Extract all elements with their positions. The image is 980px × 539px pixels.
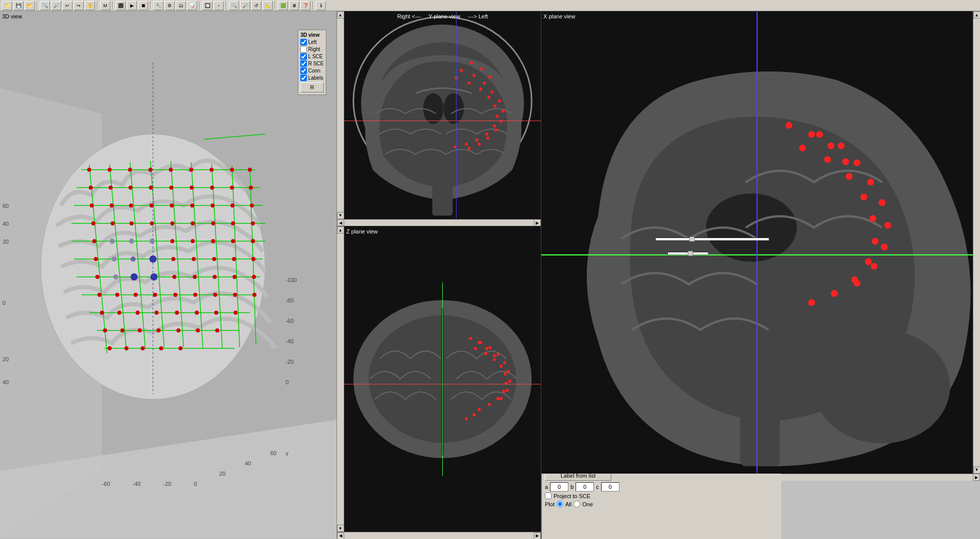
y-left-scrollbar[interactable]: ▲ ▼ <box>337 11 344 219</box>
toolbar-btn-5[interactable]: 🔎 <box>51 1 61 10</box>
view-slider[interactable] <box>655 238 769 241</box>
svg-text:40: 40 <box>3 221 9 227</box>
y-plane-view[interactable]: Right <--- Y plane view ---> Left <box>344 11 541 219</box>
c-input[interactable] <box>601 482 619 491</box>
svg-point-113 <box>141 346 145 350</box>
x-right-scrollbar[interactable]: ▲ ▼ <box>973 11 980 474</box>
btn-r[interactable]: R <box>300 82 324 92</box>
toolbar-btn-18[interactable]: ▫ <box>213 1 224 10</box>
svg-point-85 <box>232 275 236 279</box>
toolbar-btn-25[interactable]: ❓ <box>300 1 310 10</box>
y-plane-label: Right <--- Y plane view ---> Left <box>397 13 488 19</box>
svg-point-197 <box>808 131 815 137</box>
toolbar-btn-1[interactable]: 📁 <box>2 1 12 10</box>
mri-slider-thumb[interactable] <box>688 251 693 256</box>
svg-point-111 <box>108 346 112 350</box>
svg-point-103 <box>233 311 237 315</box>
svg-point-101 <box>195 311 199 315</box>
svg-text:20: 20 <box>3 239 9 245</box>
scroll-down-y[interactable]: ▼ <box>337 212 344 219</box>
toolbar-btn-12[interactable]: ⏹ <box>138 1 148 10</box>
svg-point-54 <box>150 221 154 225</box>
svg-point-143 <box>423 93 444 124</box>
svg-point-175 <box>814 330 950 443</box>
x-plane-container: X plane view ▲ ▼ ◀ ▶ <box>541 11 980 226</box>
svg-point-166 <box>477 143 481 146</box>
svg-rect-145 <box>433 185 453 216</box>
scroll-up-x[interactable]: ▲ <box>973 11 981 18</box>
toolbar-btn-4[interactable]: 🔍 <box>40 1 50 10</box>
svg-text:-60: -60 <box>285 318 294 324</box>
brain-3d-svg[interactable]: 60 40 20 0 20 40 -60 -40 -20 0 20 40 60 … <box>0 11 337 539</box>
toolbar-btn-3[interactable]: 📂 <box>25 1 35 10</box>
plan-all-radio[interactable] <box>557 501 563 507</box>
svg-point-52 <box>111 221 115 225</box>
x-plane-view[interactable]: X plane view <box>541 11 973 474</box>
toolbar-btn-16[interactable]: 📊 <box>187 1 197 10</box>
toolbar-btn-20[interactable]: 🔎 <box>240 1 250 10</box>
scroll-right-z[interactable]: ▶ <box>534 532 541 540</box>
check-right[interactable] <box>300 46 307 53</box>
x-plane-svg <box>541 11 973 474</box>
toolbar-btn-17[interactable]: 🔲 <box>202 1 212 10</box>
svg-point-44 <box>129 203 133 207</box>
mri-slider[interactable] <box>667 252 708 255</box>
toolbar-btn-23[interactable]: 🟩 <box>278 1 288 10</box>
toolbar-btn-22[interactable]: 📐 <box>262 1 273 10</box>
toolbar-btn-13[interactable]: 🔧 <box>153 1 163 10</box>
svg-point-154 <box>475 138 478 142</box>
z-plane-view[interactable]: Z plane view <box>344 226 541 532</box>
view-3d-title: 3D view <box>2 13 22 19</box>
c-label: c <box>596 484 599 490</box>
check-labels[interactable] <box>300 75 307 81</box>
svg-point-177 <box>799 145 806 151</box>
toolbar-btn-6[interactable]: ↩ <box>62 1 73 10</box>
svg-point-36 <box>149 185 153 190</box>
scroll-left-z[interactable]: ◀ <box>337 532 344 540</box>
scroll-down-x[interactable]: ▼ <box>973 466 981 474</box>
y-h-scrollbar[interactable]: ◀ ▶ <box>337 219 541 226</box>
scroll-up-y[interactable]: ▲ <box>337 11 344 18</box>
svg-point-39 <box>210 185 214 190</box>
toolbar-btn-7[interactable]: ↪ <box>74 1 84 10</box>
toolbar-btn-11[interactable]: ▶ <box>127 1 137 10</box>
b-input[interactable] <box>576 482 594 491</box>
toolbar-btn-10[interactable]: ⬛ <box>115 1 126 10</box>
plan-one-radio[interactable] <box>573 501 580 507</box>
check-lsce[interactable] <box>300 53 307 60</box>
toolbar-btn-14[interactable]: ⚙ <box>164 1 175 10</box>
check-rsce[interactable] <box>300 60 307 67</box>
sep4 <box>150 2 151 10</box>
z-h-scrollbar[interactable]: ◀ ▶ <box>337 532 541 539</box>
y-plane-inner: ▲ ▼ <box>337 11 541 219</box>
svg-point-95 <box>252 293 256 297</box>
a-input[interactable] <box>550 482 568 491</box>
svg-point-209 <box>499 365 503 368</box>
toolbar-btn-26[interactable]: ℹ <box>316 1 326 10</box>
toolbar-btn-19[interactable]: 🔍 <box>229 1 239 10</box>
toolbar-btn-9[interactable]: M <box>100 1 110 10</box>
check-left[interactable] <box>300 39 307 45</box>
check-lsce-label: L SCE <box>308 54 323 59</box>
svg-point-92 <box>193 293 197 297</box>
slider-thumb[interactable] <box>689 237 695 242</box>
scroll-up-z[interactable]: ▲ <box>337 226 344 233</box>
svg-point-98 <box>136 311 140 315</box>
toolbar-btn-15[interactable]: 🗂 <box>176 1 186 10</box>
svg-point-40 <box>230 185 234 190</box>
z-left-scrollbar[interactable]: ▲ ▼ <box>337 226 344 532</box>
svg-point-35 <box>129 185 133 190</box>
toolbar-btn-8[interactable]: ✋ <box>85 1 95 10</box>
y-plane-view-label: Y plane view <box>428 13 460 19</box>
toolbar-btn-2[interactable]: 💾 <box>13 1 23 10</box>
svg-point-148 <box>479 88 482 91</box>
toolbar-btn-21[interactable]: ↺ <box>251 1 261 10</box>
check-conn[interactable] <box>300 67 307 74</box>
project-sce-check[interactable] <box>545 493 552 499</box>
svg-point-224 <box>469 337 472 340</box>
svg-point-153 <box>485 132 488 135</box>
scroll-down-z[interactable]: ▼ <box>337 525 344 532</box>
svg-point-208 <box>493 358 496 361</box>
toolbar-btn-24[interactable]: 🖥 <box>289 1 299 10</box>
svg-point-150 <box>493 105 496 108</box>
